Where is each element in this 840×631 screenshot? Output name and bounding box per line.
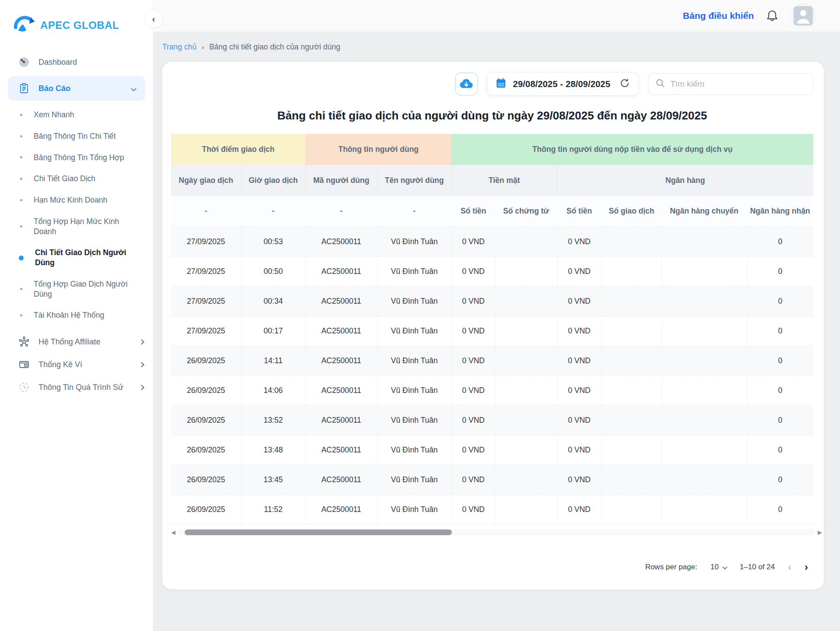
sidebar: APEC GLOBAL Dashboard bbox=[0, 0, 154, 631]
group-header-user: Thông tin người dùng bbox=[305, 134, 452, 165]
col-header: Số giao dịch bbox=[602, 196, 662, 227]
table-cell bbox=[662, 256, 747, 286]
user-avatar[interactable] bbox=[791, 3, 816, 28]
notification-bell-icon[interactable] bbox=[765, 9, 779, 23]
table-cell bbox=[602, 316, 662, 346]
sidebar-item-label: Thông Tin Quá Trình Sử bbox=[38, 383, 131, 392]
sidebar-item-reports[interactable]: Báo Cáo bbox=[8, 76, 145, 101]
table-cell: 0 bbox=[747, 435, 813, 465]
previous-page-button[interactable]: ‹ bbox=[788, 561, 791, 573]
sidebar-item-tong-hop-han-muc-kinh-doanh[interactable]: Tổng Hợp Hạn Mức Kinh Doanh bbox=[0, 211, 144, 242]
share-nodes-icon bbox=[18, 336, 30, 347]
sidebar-item-label: Hệ Thống Affiliate bbox=[38, 337, 131, 347]
reports-submenu: Xem Nhanh Bảng Thông Tin Chi Tiết Bảng T… bbox=[0, 104, 153, 326]
table-cell bbox=[662, 346, 747, 375]
table-cell: 0 VND bbox=[557, 465, 602, 494]
table-cell: 26/09/2025 bbox=[171, 405, 241, 435]
sidebar-item-process-info[interactable]: Thông Tin Quá Trình Sử bbox=[0, 376, 153, 399]
table-cell: 0 VND bbox=[452, 405, 495, 435]
sidebar-item-tai-khoan-he-thong[interactable]: Tài Khoản Hệ Thống bbox=[0, 305, 153, 326]
chevron-right-icon bbox=[139, 339, 144, 345]
refresh-icon[interactable] bbox=[619, 77, 630, 91]
table-row: 26/09/202514:11AC2500011Vũ Đình Tuân0 VN… bbox=[171, 346, 813, 375]
search-field bbox=[648, 73, 813, 95]
bullet-icon bbox=[20, 199, 22, 201]
sidebar-item-han-muc-kinh-doanh[interactable]: Hạn Mức Kinh Doanh bbox=[0, 189, 153, 211]
search-input[interactable] bbox=[670, 79, 806, 89]
table-cell: 13:48 bbox=[241, 435, 305, 465]
table-cell: Vũ Đình Tuân bbox=[377, 316, 452, 346]
col-header: Số chứng từ bbox=[495, 196, 557, 227]
sidebar-item-wallet-stats[interactable]: Thống Kê Ví bbox=[0, 353, 153, 376]
col-header: Giờ giao dịch bbox=[241, 165, 305, 196]
table-cell: AC2500011 bbox=[305, 346, 377, 375]
table-cell bbox=[495, 435, 557, 465]
transactions-table: Thời điểm giao dịch Thông tin người dùng… bbox=[171, 134, 813, 525]
brand-logo-icon bbox=[12, 13, 36, 38]
table-cell bbox=[662, 375, 747, 405]
sidebar-item-tong-hop-giao-dich-nguoi-dung[interactable]: Tổng Hợp Giao Dịch Người Dùng bbox=[0, 273, 144, 305]
scroll-left-arrow-icon[interactable]: ◀ bbox=[171, 529, 175, 535]
table-body: 27/09/202500:53AC2500011Vũ Đình Tuân0 VN… bbox=[171, 227, 813, 524]
scroll-right-arrow-icon[interactable]: ▶ bbox=[818, 529, 822, 535]
sidebar-collapse-button[interactable]: ‹ bbox=[144, 10, 163, 28]
sidebar-item-bang-thong-tin-chi-tiet[interactable]: Bảng Thông Tin Chi Tiết bbox=[0, 126, 153, 147]
table-cell: 14:11 bbox=[241, 346, 305, 375]
sidebar-item-dashboard[interactable]: Dashboard bbox=[0, 51, 153, 74]
table-toolbar: 29/08/2025 - 28/09/2025 bbox=[171, 72, 813, 96]
sidebar-item-affiliate[interactable]: Hệ Thống Affiliate bbox=[0, 330, 153, 353]
table-cell: 0 VND bbox=[452, 375, 495, 405]
table-cell bbox=[662, 316, 747, 346]
table-cell: 13:45 bbox=[241, 465, 305, 494]
table-row: 27/09/202500:17AC2500011Vũ Đình Tuân0 VN… bbox=[171, 316, 813, 346]
table-cell: 27/09/2025 bbox=[171, 286, 241, 316]
scrollbar-track[interactable] bbox=[178, 529, 815, 536]
rows-per-page-select[interactable]: 10 bbox=[710, 563, 727, 571]
breadcrumb-home-link[interactable]: Trang chủ bbox=[162, 42, 196, 52]
breadcrumb-current: Bảng chi tiết giao dịch của người dùng bbox=[209, 42, 340, 52]
table-cell bbox=[602, 227, 662, 256]
sidebar-item-bang-thong-tin-tong-hop[interactable]: Bảng Thông Tin Tổng Hợp bbox=[0, 147, 153, 168]
table-cell: 27/09/2025 bbox=[171, 256, 241, 286]
sidebar-item-chi-tiet-giao-dich-nguoi-dung[interactable]: Chi Tiết Giao Dịch Người Dùng bbox=[0, 242, 144, 273]
header-group-row: Thời điểm giao dịch Thông tin người dùng… bbox=[171, 134, 813, 165]
next-page-button[interactable]: › bbox=[805, 561, 808, 573]
sidebar-item-label: Bảng Thông Tin Tổng Hợp bbox=[34, 153, 124, 163]
table-cell bbox=[495, 375, 557, 405]
group-header-deposit: Thông tin người dùng nộp tiền vào để sử … bbox=[452, 134, 813, 165]
table-cell bbox=[662, 435, 747, 465]
table-row: 27/09/202500:53AC2500011Vũ Đình Tuân0 VN… bbox=[171, 227, 813, 256]
table-cell bbox=[662, 227, 747, 256]
table-cell: AC2500011 bbox=[305, 316, 377, 346]
scrollbar-thumb[interactable] bbox=[185, 529, 452, 535]
app-root: APEC GLOBAL Dashboard bbox=[0, 0, 840, 631]
table-cell: 0 VND bbox=[557, 286, 602, 316]
pagination: Rows per page: 10 1–10 of 24 ‹ › bbox=[171, 561, 813, 573]
table-cell: Vũ Đình Tuân bbox=[377, 494, 452, 524]
date-range-picker[interactable]: 29/08/2025 - 28/09/2025 bbox=[487, 73, 638, 95]
table-row: 27/09/202500:50AC2500011Vũ Đình Tuân0 VN… bbox=[171, 256, 813, 286]
export-download-button[interactable] bbox=[455, 73, 478, 95]
group-header-time: Thời điểm giao dịch bbox=[171, 134, 305, 165]
table-cell bbox=[495, 227, 557, 256]
main-area: Bảng điều khiển Trang chủ › Bảng chi bbox=[154, 0, 840, 631]
sidebar-item-label: Bảng Thông Tin Chi Tiết bbox=[34, 131, 116, 141]
table-cell bbox=[495, 316, 557, 346]
sidebar-item-label: Báo Cáo bbox=[38, 84, 123, 93]
col-header: Số tiền bbox=[557, 196, 602, 227]
table-cell: AC2500011 bbox=[305, 256, 377, 286]
table-cell bbox=[602, 435, 662, 465]
table-cell bbox=[495, 405, 557, 435]
table-cell: 26/09/2025 bbox=[171, 346, 241, 375]
col-header: - bbox=[241, 196, 305, 227]
table-cell: 0 VND bbox=[557, 256, 602, 286]
table-cell: 0 VND bbox=[557, 316, 602, 346]
sidebar-nav: Dashboard Báo Cáo Xem Nhanh Bảng Thông T… bbox=[0, 51, 153, 399]
topbar: Bảng điều khiển bbox=[154, 0, 840, 32]
sidebar-item-xem-nhanh[interactable]: Xem Nhanh bbox=[0, 104, 153, 126]
col-header: - bbox=[377, 196, 452, 227]
dashboard-link[interactable]: Bảng điều khiển bbox=[683, 11, 754, 21]
table-cell: AC2500011 bbox=[305, 375, 377, 405]
table-cell: Vũ Đình Tuân bbox=[377, 375, 452, 405]
sidebar-item-chi-tiet-giao-dich[interactable]: Chi Tiết Giao Dịch bbox=[0, 168, 153, 189]
